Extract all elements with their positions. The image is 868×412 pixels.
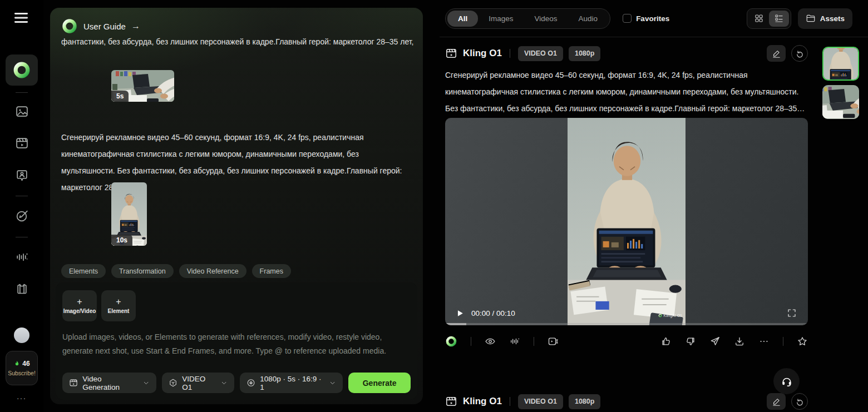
filter-all[interactable]: All: [447, 11, 478, 27]
video-clapper-icon: [445, 395, 457, 408]
divider: [534, 337, 534, 346]
progress-elapsed: [445, 323, 466, 325]
character-icon[interactable]: [15, 168, 29, 182]
favorites-label: Favorites: [636, 14, 669, 23]
headphones-icon: [781, 375, 793, 388]
generate-button[interactable]: Generate: [348, 373, 411, 393]
download-icon[interactable]: [734, 336, 745, 347]
flame-icon: [13, 360, 21, 368]
audio-track-icon[interactable]: [509, 336, 520, 347]
video-player[interactable]: KlingAI O1 00:00 / 00:10: [445, 118, 808, 325]
add-image-video-button[interactable]: + Image/Video: [62, 290, 97, 321]
rail-divider: [16, 92, 28, 93]
hamburger-menu-icon[interactable]: [11, 9, 31, 26]
edit-prompt-button[interactable]: [767, 393, 786, 410]
chevron-down-icon: [220, 379, 228, 387]
filter-videos[interactable]: Videos: [524, 11, 568, 27]
generation-title: Kling O1: [463, 48, 502, 59]
video-clapper-icon: [445, 47, 457, 59]
list-view-icon: [774, 13, 784, 23]
tab-transformation[interactable]: Transformation: [111, 264, 174, 278]
fullscreen-icon[interactable]: [787, 308, 797, 318]
mode-dropdown-label: Video Generation: [82, 375, 138, 391]
clip-duration-badge: 10s: [111, 235, 132, 246]
video-to-text-icon[interactable]: [548, 336, 559, 347]
images-icon[interactable]: [15, 105, 29, 118]
rail-divider: [16, 237, 28, 237]
list-view-button[interactable]: [769, 11, 789, 27]
player-controls: 00:00 / 00:10: [455, 309, 515, 318]
prompt-input[interactable]: [62, 330, 411, 366]
guide-title: User Guide: [83, 22, 126, 31]
rail-item-home-active[interactable]: [6, 54, 38, 86]
tab-frames[interactable]: Frames: [252, 264, 291, 278]
quality-badge[interactable]: 1080p: [569, 394, 600, 409]
edit-brush-icon[interactable]: [15, 209, 29, 223]
model-badge[interactable]: VIDEO O1: [518, 46, 563, 61]
regenerate-button[interactable]: [791, 45, 808, 62]
composer-tabs: Elements Transformation Video Reference …: [61, 264, 291, 278]
videos-icon[interactable]: [15, 136, 29, 150]
edit-prompt-button[interactable]: [767, 45, 786, 62]
pencil-icon: [772, 49, 781, 58]
model-hexagon-icon: [169, 378, 177, 388]
grid-view-button[interactable]: [749, 11, 769, 27]
add-element-button[interactable]: + Element: [101, 290, 136, 321]
support-button[interactable]: [773, 368, 800, 394]
folder-icon: [806, 13, 816, 23]
left-rail: 46 Subscribe! ...: [0, 0, 43, 412]
model-badge[interactable]: VIDEO O1: [518, 394, 563, 409]
video-clip-thumbnail-10s[interactable]: 10s: [111, 182, 147, 246]
divider: [510, 49, 510, 58]
settings-dropdown[interactable]: 1080p · 5s · 16:9 · 1: [240, 373, 343, 393]
user-guide-panel: User Guide → фантастики, без абсурда, бе…: [50, 8, 423, 404]
rail-more-button[interactable]: ...: [0, 392, 43, 401]
play-icon[interactable]: [455, 309, 465, 318]
portrait-scene-thumbnail: [823, 48, 858, 80]
chevron-down-icon: [142, 379, 150, 387]
progress-bar[interactable]: [445, 323, 808, 325]
chat-message-tail: фантастики, без абсурда, без лишних перс…: [61, 33, 414, 50]
arrow-right-icon: →: [131, 21, 140, 31]
video-clip-thumbnail-5s[interactable]: 5s: [111, 70, 174, 102]
time-display: 00:00 / 00:10: [471, 309, 515, 317]
model-dropdown[interactable]: VIDEO O1: [162, 373, 234, 393]
tab-elements[interactable]: Elements: [61, 264, 106, 278]
subscribe-label: Subscribe!: [8, 370, 36, 376]
subscribe-badge[interactable]: 46 Subscribe!: [6, 351, 38, 385]
generation-title: Kling O1: [463, 396, 502, 407]
watermark: KlingAI O1: [658, 314, 682, 317]
mode-dropdown[interactable]: Video Generation: [62, 373, 156, 393]
favorite-star-icon[interactable]: [797, 336, 808, 347]
plus-icon: +: [77, 298, 82, 306]
filter-audio[interactable]: Audio: [568, 11, 609, 27]
divider: [471, 337, 471, 346]
tab-video-reference[interactable]: Video Reference: [179, 264, 246, 278]
quality-badge[interactable]: 1080p: [569, 46, 600, 61]
thumbs-up-icon[interactable]: [660, 336, 672, 347]
history-thumbnail[interactable]: [822, 85, 859, 119]
regenerate-button[interactable]: [791, 393, 808, 410]
grid-view-icon: [754, 13, 764, 23]
filter-images[interactable]: Images: [478, 11, 524, 27]
audio-wave-icon[interactable]: [15, 250, 29, 264]
wardrobe-icon[interactable]: [15, 282, 29, 296]
view-eye-icon[interactable]: [485, 336, 496, 347]
user-guide-link[interactable]: User Guide →: [61, 18, 140, 34]
kling-logo-icon: [12, 61, 31, 80]
desk-scene-thumbnail: [822, 85, 859, 119]
share-icon[interactable]: [709, 336, 721, 347]
more-options-icon[interactable]: [758, 336, 770, 347]
assets-button[interactable]: Assets: [798, 8, 852, 29]
thumbs-down-icon[interactable]: [685, 336, 696, 347]
video-content: [568, 118, 685, 325]
watermark-label: KlingAI O1: [664, 314, 682, 317]
favorites-filter[interactable]: Favorites: [623, 14, 669, 23]
generation-header-2: Kling O1 VIDEO O1 1080p: [445, 393, 808, 410]
user-avatar[interactable]: [14, 327, 29, 343]
pencil-icon: [772, 397, 781, 406]
settings-dropdown-label: 1080p · 5s · 16:9 · 1: [260, 375, 324, 391]
history-thumbnail-selected[interactable]: [822, 47, 859, 81]
divider: [510, 397, 510, 406]
favorites-checkbox[interactable]: [623, 14, 632, 23]
